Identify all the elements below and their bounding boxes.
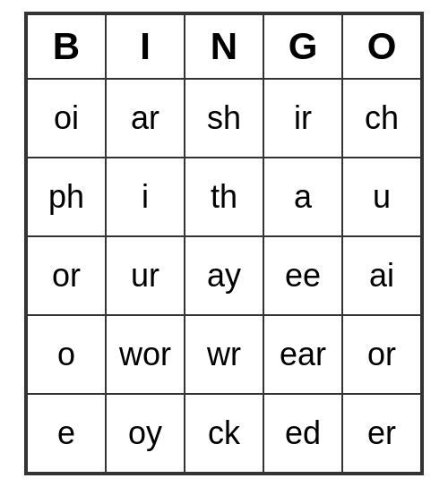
bingo-table: BINGO oiarshirchphithauorurayeeaioworwre… bbox=[26, 13, 422, 474]
table-cell: ur bbox=[106, 236, 185, 315]
table-row: phithau bbox=[27, 158, 421, 236]
table-cell: ay bbox=[185, 236, 263, 315]
table-cell: or bbox=[342, 315, 421, 394]
table-cell: ch bbox=[342, 79, 421, 158]
table-cell: er bbox=[342, 394, 421, 473]
table-cell: wor bbox=[106, 315, 185, 394]
table-row: oiarshirch bbox=[27, 79, 421, 158]
table-cell: wr bbox=[185, 315, 263, 394]
table-row: orurayeeai bbox=[27, 236, 421, 315]
header-row: BINGO bbox=[27, 14, 421, 79]
table-cell: ph bbox=[27, 158, 106, 236]
header-cell: O bbox=[342, 14, 421, 79]
table-cell: a bbox=[263, 158, 342, 236]
table-cell: ear bbox=[263, 315, 342, 394]
table-cell: o bbox=[27, 315, 106, 394]
table-cell: or bbox=[27, 236, 106, 315]
table-cell: ir bbox=[263, 79, 342, 158]
table-cell: oy bbox=[106, 394, 185, 473]
table-cell: ck bbox=[185, 394, 263, 473]
table-cell: sh bbox=[185, 79, 263, 158]
table-cell: ar bbox=[106, 79, 185, 158]
header-cell: B bbox=[27, 14, 106, 79]
table-cell: u bbox=[342, 158, 421, 236]
table-cell: th bbox=[185, 158, 263, 236]
table-cell: oi bbox=[27, 79, 106, 158]
table-cell: ee bbox=[263, 236, 342, 315]
header-cell: N bbox=[185, 14, 263, 79]
table-row: eoyckeder bbox=[27, 394, 421, 473]
bingo-card: BINGO oiarshirchphithauorurayeeaioworwre… bbox=[24, 12, 424, 475]
table-cell: ai bbox=[342, 236, 421, 315]
table-row: oworwrearor bbox=[27, 315, 421, 394]
header-cell: G bbox=[263, 14, 342, 79]
header-cell: I bbox=[106, 14, 185, 79]
table-cell: i bbox=[106, 158, 185, 236]
table-cell: e bbox=[27, 394, 106, 473]
table-cell: ed bbox=[263, 394, 342, 473]
